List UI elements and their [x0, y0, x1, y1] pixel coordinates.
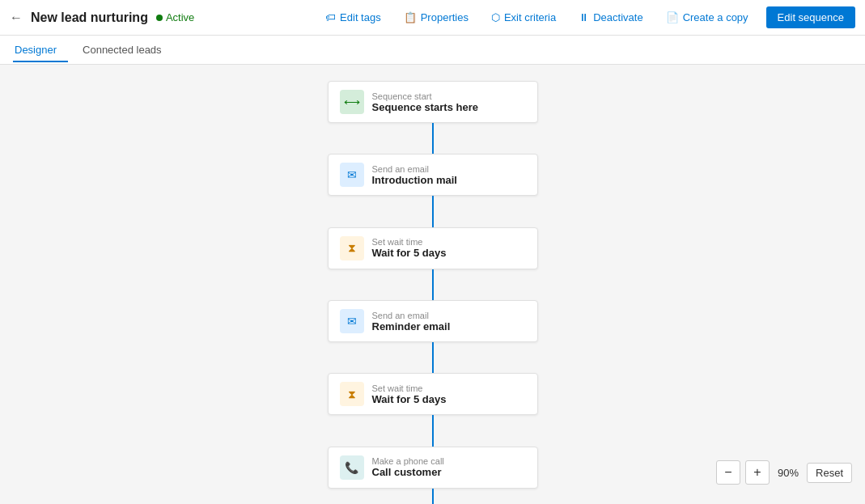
zoom-controls: − + 90% Reset — [716, 460, 852, 485]
step-reminder-mail[interactable]: ✉ Send an email Reminder email — [328, 300, 538, 342]
status-label: Active — [166, 11, 194, 23]
sequence-start-title: Sequence starts here — [372, 101, 479, 113]
connector-5 — [432, 415, 434, 446]
header: ← New lead nurturing Active 🏷 Edit tags … — [0, 0, 865, 36]
zoom-out-button[interactable]: − — [716, 460, 740, 485]
tab-designer[interactable]: Designer — [13, 37, 68, 62]
connector-6 — [432, 489, 434, 504]
header-actions: 🏷 Edit tags 📋 Properties ⬡ Exit criteria… — [320, 6, 855, 28]
step-intro-mail[interactable]: ✉ Send an email Introduction mail — [328, 154, 538, 196]
connector-4 — [432, 342, 434, 373]
intro-mail-icon: ✉ — [340, 163, 364, 187]
tabs: Designer Connected leads — [0, 36, 865, 65]
canvas[interactable]: ⟷ Sequence start Sequence starts here ✉ … — [0, 65, 865, 504]
wait-2-label: Set wait time — [372, 383, 447, 393]
call-text: Make a phone call Call customer — [372, 456, 444, 478]
sequence-start-text: Sequence start Sequence starts here — [372, 91, 479, 113]
flow-container: ⟷ Sequence start Sequence starts here ✉ … — [312, 81, 554, 504]
step-sequence-start[interactable]: ⟷ Sequence start Sequence starts here — [328, 81, 538, 123]
intro-mail-title: Introduction mail — [372, 174, 457, 186]
properties-icon: 📋 — [404, 11, 417, 23]
connector-2 — [432, 196, 434, 227]
step-wait-2[interactable]: ⧗ Set wait time Wait for 5 days — [328, 373, 538, 415]
zoom-in-button[interactable]: + — [745, 460, 770, 485]
connector-1 — [432, 123, 434, 154]
create-copy-label: Create a copy — [683, 11, 748, 23]
call-title: Call customer — [372, 466, 444, 478]
wait-2-title: Wait for 5 days — [372, 393, 447, 405]
properties-button[interactable]: 📋 Properties — [399, 8, 473, 27]
deactivate-button[interactable]: ⏸ Deactivate — [574, 8, 647, 27]
exit-criteria-icon: ⬡ — [491, 11, 500, 23]
reminder-mail-text: Send an email Reminder email — [372, 311, 451, 332]
status-badge: Active — [156, 11, 194, 23]
intro-mail-label: Send an email — [372, 164, 457, 174]
deactivate-label: Deactivate — [593, 11, 642, 23]
page-title: New lead nurturing — [31, 11, 148, 25]
back-icon: ← — [10, 11, 23, 25]
step-call-customer[interactable]: 📞 Make a phone call Call customer — [328, 447, 538, 489]
edit-tags-button[interactable]: 🏷 Edit tags — [320, 8, 386, 27]
back-button[interactable]: ← — [10, 11, 23, 25]
reminder-mail-icon: ✉ — [340, 309, 364, 333]
status-dot — [156, 15, 163, 21]
wait-1-label: Set wait time — [372, 237, 447, 247]
call-icon: 📞 — [340, 455, 364, 480]
edit-tags-icon: 🏷 — [325, 11, 336, 23]
properties-label: Properties — [421, 11, 469, 23]
reminder-mail-label: Send an email — [372, 311, 451, 320]
wait-1-text: Set wait time Wait for 5 days — [372, 237, 447, 259]
wait-2-icon: ⧗ — [340, 382, 364, 406]
create-copy-icon: 📄 — [666, 11, 679, 23]
exit-criteria-button[interactable]: ⬡ Exit criteria — [486, 8, 561, 27]
sequence-start-label: Sequence start — [372, 91, 479, 101]
edit-sequence-button[interactable]: Edit sequence — [766, 6, 855, 28]
call-label: Make a phone call — [372, 456, 444, 466]
reminder-mail-title: Reminder email — [372, 320, 451, 332]
create-copy-button[interactable]: 📄 Create a copy — [661, 8, 753, 27]
header-left: ← New lead nurturing Active — [10, 11, 311, 25]
step-wait-1[interactable]: ⧗ Set wait time Wait for 5 days — [328, 227, 538, 269]
zoom-level: 90% — [774, 467, 802, 479]
edit-tags-label: Edit tags — [340, 11, 381, 23]
deactivate-icon: ⏸ — [579, 11, 589, 23]
intro-mail-text: Send an email Introduction mail — [372, 164, 457, 186]
tab-connected-leads[interactable]: Connected leads — [81, 37, 173, 62]
exit-criteria-label: Exit criteria — [504, 11, 556, 23]
wait-1-icon: ⧗ — [340, 236, 364, 260]
connector-3 — [432, 269, 434, 300]
reset-button[interactable]: Reset — [807, 463, 852, 483]
wait-1-title: Wait for 5 days — [372, 247, 447, 259]
sequence-start-icon: ⟷ — [340, 90, 364, 114]
wait-2-text: Set wait time Wait for 5 days — [372, 383, 447, 405]
